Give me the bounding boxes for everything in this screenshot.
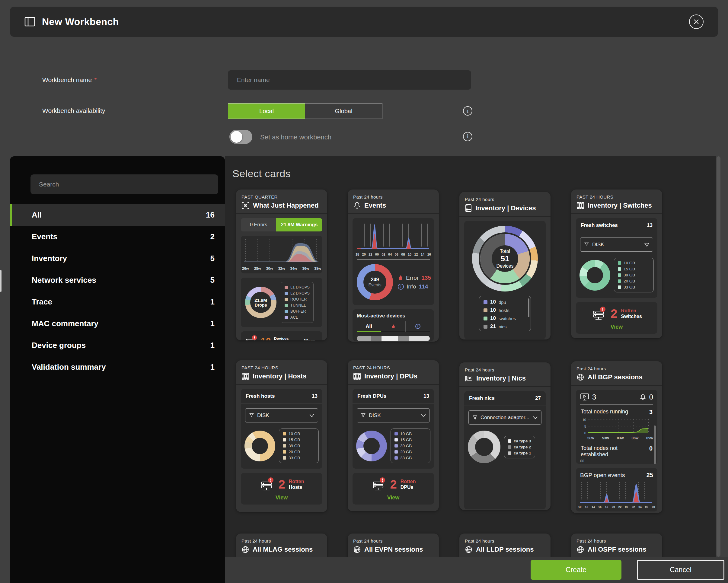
most-active-tab-info[interactable]: i	[405, 321, 430, 332]
sidebar-item-validation-summary[interactable]: Validation summary1	[10, 356, 225, 378]
most-active-bar	[357, 336, 430, 341]
most-active-tab-all[interactable]: All	[357, 321, 381, 332]
triangle-down-icon	[421, 414, 426, 417]
create-button[interactable]: Create	[530, 560, 621, 580]
view-link[interactable]: View	[244, 495, 319, 501]
screen-play-icon	[580, 393, 589, 401]
card-title: All MLAG sessions	[253, 546, 313, 553]
sidebar-item-all[interactable]: All16	[10, 204, 225, 226]
card-title: What Just Happened	[253, 202, 319, 209]
server-alert-icon	[259, 477, 275, 492]
card-period: Past 24 hours	[465, 538, 545, 544]
availability-local-button[interactable]: Local	[228, 103, 305, 119]
card-period: Past 24 hours	[576, 366, 657, 371]
card-inventory-hosts[interactable]: PAST 24 HOURS Inventory | Hosts Fresh ho…	[236, 360, 327, 512]
disk-filter-dropdown[interactable]: DISK	[245, 408, 318, 422]
dialog-footer: Create Cancel	[225, 557, 728, 583]
bell-icon	[640, 394, 646, 401]
warnings-tab[interactable]: 21.9M Warnings	[276, 218, 322, 232]
rotten-count: 2	[610, 307, 617, 320]
not-established-value: 0	[649, 445, 653, 452]
home-info-icon[interactable]: i	[463, 132, 472, 141]
cancel-button[interactable]: Cancel	[637, 560, 724, 580]
cards-scrollbar[interactable]	[717, 156, 721, 557]
availability-global-button[interactable]: Global	[305, 103, 383, 119]
home-workbench-toggle[interactable]	[229, 130, 252, 144]
card-period: Past 24 hours	[353, 538, 434, 544]
most-active-devices-panel: Most-active devices All i	[353, 309, 434, 341]
legend-scrollbar[interactable]	[528, 298, 529, 317]
legend-swatch	[285, 292, 288, 295]
open-events-label: BGP open events	[580, 472, 625, 479]
errors-tab[interactable]: 0 Errors	[241, 218, 276, 232]
disk-filter-dropdown[interactable]: DISK	[580, 237, 653, 252]
eye-icon	[241, 202, 250, 209]
required-asterisk: *	[94, 76, 97, 83]
globe-icon	[353, 546, 361, 553]
card-what-just-happened[interactable]: PAST QUARTER What Just Happened 0 Errors…	[236, 189, 327, 340]
toggle-knob	[231, 131, 242, 143]
most-active-tab-error[interactable]	[381, 321, 405, 332]
workbench-name-input[interactable]	[228, 70, 471, 89]
legend-swatch	[285, 286, 288, 289]
disk-filter-dropdown[interactable]: DISK	[357, 408, 430, 422]
globe-icon	[241, 546, 249, 553]
card-inventory-switches[interactable]: PAST 24 HOURS Inventory | Switches Fresh…	[571, 189, 662, 338]
legend-swatch	[618, 261, 621, 265]
card-events[interactable]: Past 24 hours Events	[348, 189, 439, 342]
sidebar-item-mac-commentary[interactable]: MAC commentary1	[10, 313, 225, 334]
info-circle-icon: i	[398, 284, 404, 290]
drops-legend: L1 DROPS L2 DROPS ROUTER TUNNEL BUFFER A…	[281, 282, 314, 323]
panel-scrollbar[interactable]	[654, 425, 656, 464]
legend-swatch	[484, 300, 488, 304]
legend-swatch	[484, 325, 488, 328]
nics-legend: ca type 3 ca type 2 ca type 1	[504, 436, 535, 458]
globe-icon	[465, 546, 473, 553]
sidebar-item-network-services[interactable]: Network services5	[10, 269, 225, 291]
page-scrollbar[interactable]	[0, 270, 1, 292]
server-alert-icon	[591, 306, 607, 321]
new-workbench-dialog: New Workbench Workbench name* Workbench …	[0, 0, 728, 583]
card-title: Inventory | Devices	[475, 204, 536, 212]
card-all-bgp-sessions[interactable]: Past 24 hours All BGP sessions	[571, 361, 662, 513]
card-inventory-dpus[interactable]: PAST 24 HOURS Inventory | DPUs Fresh DPU…	[348, 360, 439, 511]
category-list: All16 Events2 Inventory5 Network service…	[10, 204, 225, 378]
funnel-icon	[361, 413, 366, 418]
flame-icon	[391, 324, 395, 329]
fresh-count: 13	[312, 393, 317, 399]
device-alert-icon	[245, 335, 258, 340]
switches-disk-legend: 10 GB 15 GB 39 GB 20 GB 33 GB	[614, 258, 654, 292]
close-button[interactable]	[689, 15, 704, 29]
bgp-open-events-chart	[576, 480, 657, 505]
wjh-x-axis: 26w28w30w32w34w36w38w	[241, 266, 322, 273]
more-link[interactable]: More..	[304, 338, 318, 340]
legend-swatch	[508, 445, 511, 449]
view-link[interactable]: View	[356, 495, 431, 501]
legend-swatch	[283, 432, 286, 435]
connection-adapter-filter-dropdown[interactable]: Connection adapter...	[468, 410, 542, 425]
info-value: 114	[419, 283, 428, 290]
view-link[interactable]: View	[579, 324, 654, 330]
switch-units-icon	[241, 372, 249, 380]
devices-center-bottom: Devices	[496, 263, 514, 269]
search-input[interactable]	[30, 175, 218, 194]
legend-swatch	[283, 456, 286, 459]
sidebar-item-inventory[interactable]: Inventory5	[10, 247, 225, 269]
sidebar-item-events[interactable]: Events2	[10, 226, 225, 247]
card-inventory-devices[interactable]: Past 24 hours Inventory | Devices	[459, 192, 550, 340]
sidebar-item-device-groups[interactable]: Device groups1	[10, 334, 225, 356]
wjh-donut-panel: 21.9M Drops L1 DROPS L2 DROPS ROUTER TUN…	[241, 277, 322, 327]
card-period: Past 24 hours	[576, 538, 657, 544]
workbench-icon	[24, 17, 35, 27]
legend-swatch	[508, 440, 511, 443]
sidebar-item-trace[interactable]: Trace1	[10, 291, 225, 313]
legend-swatch	[285, 310, 288, 313]
events-x-axis: 182022000204060810121416	[353, 253, 434, 258]
bgp-open-events-panel: BGP open events 25 101214161820220002040…	[576, 468, 657, 511]
legend-swatch	[283, 438, 286, 442]
availability-info-icon[interactable]: i	[463, 106, 472, 115]
card-inventory-nics[interactable]: Past 24 hours Inventory | Nics Fresh nic…	[459, 363, 550, 510]
legend-swatch	[484, 317, 488, 320]
card-title: Inventory | Hosts	[253, 372, 307, 380]
cards-area: Select cards PAST QUARTER What Just Happ…	[225, 156, 716, 583]
